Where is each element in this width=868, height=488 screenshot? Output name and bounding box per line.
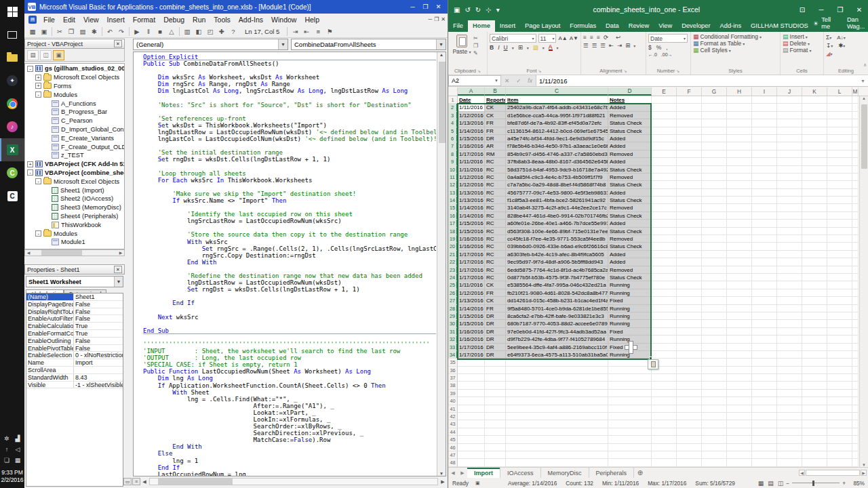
row-header-18[interactable]: 18 [448,228,458,235]
tree-item[interactable]: -Microsoft Excel Objects [25,177,124,186]
code-line[interactable]: lngDstLastRow = LastOccupiedRowNum(wksDs… [143,129,436,136]
cell-G7[interactable] [702,142,727,150]
formula-bar[interactable]: 1/11/2016 ▼ [536,75,868,86]
cell-H45[interactable] [727,436,752,443]
copy-icon[interactable]: ❐ [66,26,77,37]
cell-A48[interactable] [458,459,485,466]
object-dropdown-icon[interactable]: ▼ [278,39,288,49]
cell-B19[interactable]: RC [485,235,506,243]
cell-G21[interactable] [702,251,727,258]
cell-J14[interactable] [777,197,802,204]
decrease-indent-icon[interactable]: ⇤ [609,42,614,49]
tree-item[interactable]: E_Create_Variants [25,134,124,142]
cell-F24[interactable] [677,274,702,281]
cut-icon[interactable]: ✂ [54,26,65,37]
font-name-select[interactable]: Calibri▾ [490,34,536,43]
code-line[interactable]: Public Function LastOccupiedRowNum(Sheet… [143,368,436,375]
property-value[interactable]: True [74,323,123,329]
cell-L9[interactable] [827,158,852,165]
collapse-icon[interactable]: - [27,169,33,176]
cell-J20[interactable] [777,243,802,250]
column-header-F[interactable]: F [677,87,702,96]
find-select-button[interactable]: ✱▾ [838,42,845,49]
code-hscrollbar[interactable]: ▭ ≡ ◀ ▶ [123,477,446,486]
cell-A26[interactable]: 1/12/2016 [458,289,485,297]
cell-C19[interactable]: cc45fc18-f7ee-4e35-9771-553ca5f4ee8b [506,235,608,243]
cell-I33[interactable] [752,344,777,351]
hscroll-thumb[interactable] [806,470,860,476]
cell-F11[interactable] [677,174,702,181]
cell-G13[interactable] [702,189,727,197]
zoom-out-icon[interactable]: − [786,480,789,487]
cell-I7[interactable] [752,142,777,150]
cell-E26[interactable] [652,289,677,297]
cell-I27[interactable] [752,297,777,304]
cell-M18[interactable] [852,228,859,235]
cell-M11[interactable] [852,174,859,181]
code-line[interactable] [143,266,436,272]
cell-K5[interactable] [802,127,827,135]
cell-B25[interactable]: CK [485,281,506,289]
cell-D26[interactable]: Running [608,289,652,297]
code-line[interactable]: If Application.WorksheetFunction.CountA(… [143,382,436,389]
vscroll-thumb[interactable] [439,62,446,143]
property-row[interactable]: EnableFormatConditionsTrue [26,330,123,338]
cell-E10[interactable] [652,166,677,174]
cell-B5[interactable]: FR [485,127,506,135]
cell-M21[interactable] [852,251,859,258]
cell-D27[interactable]: Fixed [608,297,652,304]
cell-M37[interactable] [852,374,859,382]
property-value[interactable]: False [74,338,123,344]
cell-J44[interactable] [777,428,802,436]
cell-L17[interactable] [827,220,852,227]
tree-item[interactable]: Module1 [25,238,124,247]
cell-G14[interactable] [702,197,727,204]
property-value[interactable]: False [74,308,123,315]
sheet-tab-peripherals[interactable]: Peripherals [589,468,635,478]
underline-button[interactable]: U [504,44,508,51]
cell-B43[interactable] [485,420,506,428]
cell-C44[interactable] [506,428,608,436]
row-header-14[interactable]: 14 [448,197,458,204]
cell-K39[interactable] [802,390,827,397]
expand-icon[interactable]: + [35,75,41,81]
cell-B15[interactable]: RC [485,204,506,211]
code-line[interactable]: 'Set references up-front [143,115,436,122]
row-header-16[interactable]: 16 [448,212,458,220]
cell-I6[interactable] [752,135,777,142]
cell-A23[interactable]: 1/17/2016 [458,266,485,274]
code-line[interactable] [143,224,436,231]
cell-B39[interactable] [485,390,506,397]
tree-item[interactable]: Sheet4 (Peripherals) [25,212,124,221]
cell-B45[interactable] [485,436,506,443]
menu-edit[interactable]: Edit [59,16,79,24]
cell-A42[interactable] [458,413,485,420]
cell-M22[interactable] [852,258,859,266]
ribbon-tab-data[interactable]: Data [601,20,624,32]
column-header-C[interactable]: C [506,87,608,96]
cell-E19[interactable] [652,235,677,243]
ribbon-tab-formulas[interactable]: Formulas [565,20,601,32]
cell-L3[interactable] [827,112,852,119]
cell-G17[interactable] [702,220,727,227]
cell-D43[interactable] [608,420,652,428]
cell-L32[interactable] [827,336,852,343]
properties-close-icon[interactable]: ✕ [114,266,122,273]
cell-I8[interactable] [752,150,777,158]
cell-E8[interactable] [652,150,677,158]
cell-I34[interactable] [752,351,777,359]
view-object-icon[interactable]: ◫ [40,50,52,60]
cell-F18[interactable] [677,228,702,235]
comment-block-icon[interactable]: ≡ [313,26,323,37]
cell-A17[interactable]: 1/15/2016 [458,220,485,227]
bold-button[interactable]: B [490,44,494,51]
tree-item[interactable]: -gs (gillham_studios_02_00_02 [25,64,124,73]
redo-icon[interactable]: ↷ [116,26,127,37]
cell-D7[interactable]: Added [608,142,652,150]
cell-D13[interactable]: Added [608,189,652,197]
cell-F22[interactable] [677,258,702,266]
cell-G8[interactable] [702,150,727,158]
cell-B48[interactable] [485,459,506,466]
cell-C17[interactable]: a60fe01e-26be-40e1-a466-7b7dce55e991 [506,220,608,227]
cell-C36[interactable] [506,367,608,374]
